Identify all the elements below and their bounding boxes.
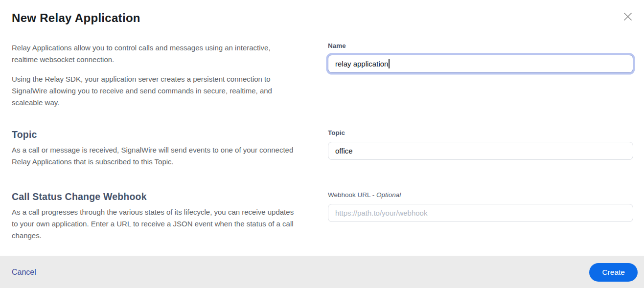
- webhook-section: Call Status Change Webhook As a call pro…: [12, 191, 633, 242]
- webhook-field-label: Webhook URL - Optional: [328, 191, 633, 199]
- dialog-footer: Cancel Create: [0, 256, 644, 288]
- name-input-value: relay application: [335, 60, 388, 68]
- topic-section-heading: Topic: [12, 129, 296, 140]
- name-input[interactable]: relay application: [328, 55, 633, 73]
- webhook-url-input[interactable]: [328, 204, 633, 222]
- close-icon: [623, 12, 633, 22]
- cancel-button[interactable]: Cancel: [12, 268, 36, 277]
- webhook-label-text: Webhook URL -: [328, 191, 376, 199]
- new-relay-application-dialog: New Relay Application Relay Applications…: [0, 0, 644, 288]
- webhook-label-optional: Optional: [376, 191, 401, 199]
- topic-input[interactable]: [328, 142, 633, 160]
- text-cursor: [389, 59, 390, 68]
- intro-paragraph-1: Relay Applications allow you to control …: [12, 42, 296, 66]
- webhook-section-heading: Call Status Change Webhook: [12, 191, 296, 202]
- create-button[interactable]: Create: [589, 263, 638, 282]
- topic-field-label: Topic: [328, 129, 633, 136]
- webhook-section-description: As a call progresses through the various…: [12, 206, 296, 242]
- intro-section: Relay Applications allow you to control …: [12, 42, 633, 109]
- page-title: New Relay Application: [12, 11, 633, 25]
- intro-paragraph-2: Using the Relay SDK, your application se…: [12, 73, 296, 109]
- topic-section-description: As a call or message is received, Signal…: [12, 144, 296, 168]
- name-field-label: Name: [328, 42, 633, 49]
- close-button[interactable]: [622, 11, 633, 22]
- topic-section: Topic As a call or message is received, …: [12, 129, 633, 168]
